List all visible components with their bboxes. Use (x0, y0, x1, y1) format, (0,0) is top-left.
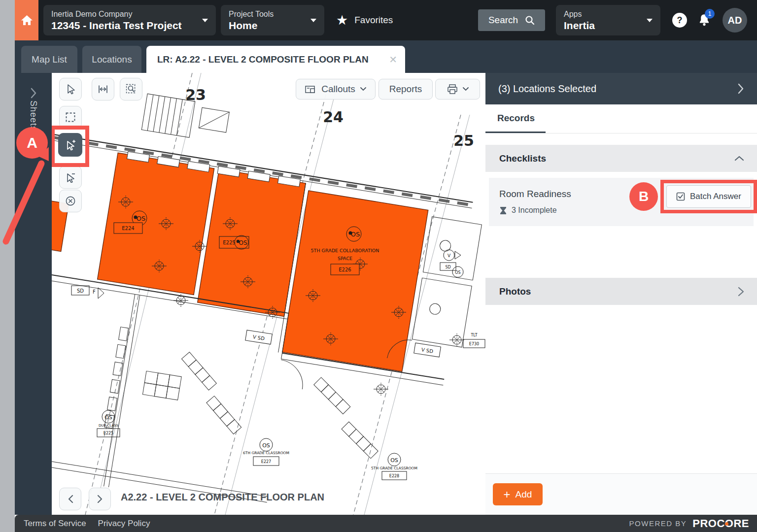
tools-label: Project Tools (229, 10, 274, 18)
classroom-tag: E225 (103, 431, 113, 435)
classroom-tag: E228 (389, 474, 399, 478)
add-button[interactable]: + Add (493, 483, 543, 505)
checkbox-check-icon (676, 192, 685, 201)
search-button[interactable]: Search (478, 9, 545, 31)
reports-button[interactable]: Reports (378, 79, 433, 100)
panel-tabs: Records (485, 104, 757, 133)
room-tag: E226 (339, 267, 351, 272)
tab-locations-label: Locations (92, 54, 132, 65)
floor-plan-linework (52, 76, 485, 515)
cursor-icon (65, 84, 76, 95)
classroom-name: DUR CLASS (99, 424, 119, 428)
tab-records[interactable]: Records (485, 104, 546, 133)
main-content: Sheets (15, 73, 757, 515)
avatar[interactable]: AD (723, 8, 747, 33)
zoom-select-tool-button[interactable] (120, 78, 142, 100)
company-project-picker[interactable]: Inertia Demo Company 12345 - Inertia Tes… (43, 5, 216, 35)
privacy-policy-link[interactable]: Privacy Policy (98, 519, 150, 529)
checklists-title: Checklists (499, 153, 546, 164)
star-icon: ★ (336, 14, 348, 27)
home-button[interactable] (15, 0, 38, 40)
callouts-button[interactable]: Callouts (296, 79, 376, 100)
grid-number-25: 25 (453, 132, 474, 149)
apps-label: Apps (564, 10, 595, 18)
selected-location-room[interactable] (282, 191, 428, 371)
tab-records-label: Records (497, 113, 535, 124)
floor-plan-drawing: 23 24 25 (52, 73, 485, 515)
locations-panel: (3) Locations Selected Records Checklist… (485, 73, 757, 515)
chevron-right-icon[interactable] (737, 83, 744, 94)
remove-from-selection-tool-button[interactable] (59, 166, 82, 189)
question-mark-icon: ? (677, 15, 683, 26)
measure-tool-button[interactable] (92, 78, 114, 100)
plus-icon: + (504, 489, 511, 500)
tools-value: Home (229, 20, 274, 31)
search-icon (525, 15, 535, 25)
selected-location-room[interactable] (198, 169, 306, 317)
f-label: F (93, 289, 96, 295)
annotation-circle-a: A (16, 127, 48, 159)
tab-active-sheet[interactable]: LR: A2.22 - LEVEL 2 COMPOSITE FLOOR PLAN… (146, 46, 405, 73)
photos-title: Photos (499, 286, 531, 297)
panel-spacer (485, 305, 757, 473)
apps-picker[interactable]: Apps Inertia (556, 5, 660, 35)
os-label: OS (390, 457, 398, 464)
search-label: Search (488, 15, 518, 26)
add-label: Add (516, 489, 532, 500)
tab-map-list-label: Map List (32, 54, 67, 65)
chevron-down-icon (463, 87, 469, 91)
panel-footer: + Add (485, 473, 757, 515)
project-tools-picker[interactable]: Project Tools Home (221, 5, 324, 35)
company-name: Inertia Demo Company (51, 10, 182, 18)
map-tab-bar: Map List Locations LR: A2.22 - LEVEL 2 C… (15, 40, 757, 73)
locations-selected-label: (3) Locations Selected (498, 83, 596, 95)
add-to-selection-tool-button[interactable] (58, 133, 82, 157)
chevron-up-icon[interactable] (734, 156, 744, 161)
batch-answer-label: Batch Answer (690, 192, 741, 201)
print-button[interactable] (435, 79, 480, 100)
classroom-name: 5TH GRADE CLASSROOM (371, 466, 417, 470)
checklists-section-header[interactable]: Checklists (485, 145, 757, 172)
os-label: OS (455, 270, 460, 275)
help-button[interactable]: ? (672, 13, 687, 28)
batch-answer-button[interactable]: Batch Answer (666, 185, 751, 208)
cursor-plus-icon (65, 139, 76, 151)
tab-map-list[interactable]: Map List (21, 46, 77, 73)
caret-down-icon (310, 19, 316, 22)
next-sheet-button[interactable] (89, 488, 111, 510)
chevron-right-icon[interactable] (30, 88, 37, 99)
photos-section-header[interactable]: Photos (485, 278, 757, 305)
powered-by-label: POWERED BY (629, 519, 687, 528)
grid-number-23: 23 (185, 86, 206, 103)
caret-down-icon (202, 19, 208, 22)
measure-icon (98, 84, 108, 95)
tab-active-sheet-label: LR: A2.22 - LEVEL 2 COMPOSITE FLOOR PLAN (157, 54, 369, 65)
v-label: V (447, 253, 451, 258)
terms-of-service-link[interactable]: Terms of Service (24, 519, 86, 529)
avatar-initials: AD (728, 15, 742, 26)
tab-locations[interactable]: Locations (82, 46, 141, 73)
annotation-circle-b: B (629, 182, 658, 211)
close-icon[interactable]: ✕ (389, 54, 397, 66)
clear-selection-tool-button[interactable] (59, 190, 82, 212)
callouts-icon (305, 85, 316, 94)
chevron-left-icon (68, 495, 73, 503)
floor-plan-viewport[interactable]: 23 24 25 (52, 73, 485, 515)
previous-sheet-button[interactable] (59, 488, 81, 510)
room-tag: E224 (122, 226, 134, 231)
locations-selected-header[interactable]: (3) Locations Selected (485, 73, 757, 104)
os-label: OS (239, 239, 247, 246)
reports-label: Reports (389, 84, 422, 95)
select-tool-button[interactable] (59, 78, 82, 100)
classroom-name: 6TH GRADE CLASSROOM (243, 451, 289, 455)
os-label: OS (262, 442, 270, 449)
favorites-button[interactable]: ★ Favorites (336, 14, 393, 27)
window-edge-strip (0, 0, 15, 532)
chevron-right-icon[interactable] (738, 287, 744, 297)
grid-number-24: 24 (323, 108, 344, 126)
room-name: SPACE (338, 256, 352, 261)
checklist-status-text: 3 Incomplete (512, 206, 557, 215)
marquee-icon (65, 112, 76, 123)
notifications-button[interactable]: 1 (698, 13, 711, 27)
marquee-select-tool-button[interactable] (59, 106, 82, 129)
